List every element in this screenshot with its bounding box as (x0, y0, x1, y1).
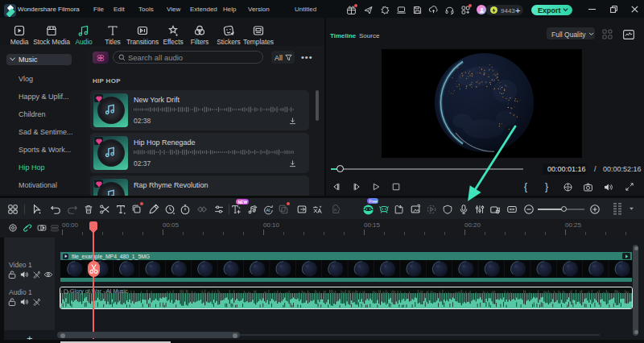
svg-text:00:00: 00:00 (62, 221, 79, 229)
svg-text:AI: AI (266, 208, 270, 213)
svg-text:00:25: 00:25 (565, 221, 582, 229)
svg-text:AI: AI (334, 208, 337, 212)
svg-text:00:20: 00:20 (464, 221, 481, 229)
svg-text:00:15: 00:15 (364, 221, 381, 229)
svg-text:00:10: 00:10 (263, 221, 280, 229)
svg-text:00:05: 00:05 (163, 221, 180, 229)
